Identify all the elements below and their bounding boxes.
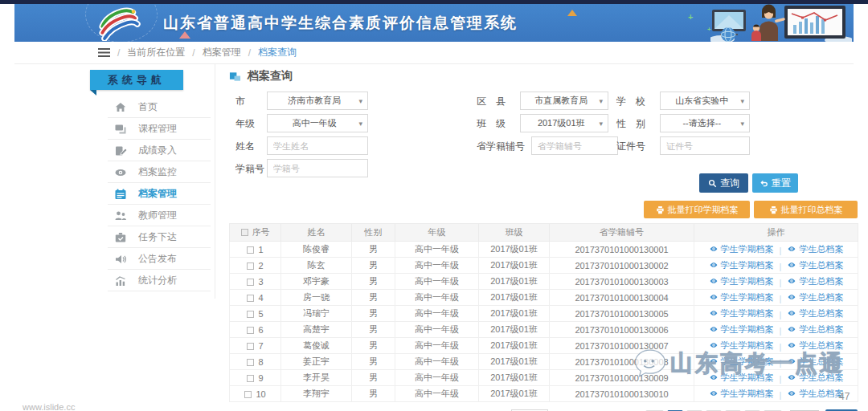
- eye-icon: [709, 356, 719, 366]
- slide-page-number: 47: [839, 391, 850, 402]
- breadcrumb-archive-query[interactable]: 档案查询: [258, 46, 297, 59]
- filter-student-id-input[interactable]: [267, 159, 368, 177]
- printer-icon: [656, 206, 665, 214]
- student-total-archive-link[interactable]: 学生总档案: [787, 291, 843, 303]
- row-checkbox[interactable]: [247, 343, 254, 350]
- banner-arrow-decoration: [567, 10, 577, 16]
- student-total-archive-link[interactable]: 学生总档案: [787, 340, 843, 352]
- menu-icon[interactable]: [98, 48, 110, 57]
- table-row: 6高楚宇男高中一年级2017级01班2017370101000130006学生学…: [230, 322, 858, 338]
- eye-icon: [709, 260, 719, 270]
- student-semester-archive-link[interactable]: 学生学期档案: [709, 356, 774, 368]
- sidebar-item-archive-manage[interactable]: 档案管理: [88, 183, 215, 205]
- eye-icon: [787, 308, 796, 318]
- student-total-archive-link[interactable]: 学生总档案: [787, 307, 843, 319]
- eye-icon: [787, 292, 796, 302]
- eye-icon: [787, 356, 796, 366]
- table-row: 9李开昊男高中一年级2017级01班2017370101000130009学生学…: [230, 370, 858, 386]
- eye-icon: [787, 340, 796, 350]
- sidebar-header: 系统导航: [90, 70, 183, 90]
- eye-icon: [709, 372, 719, 382]
- student-semester-archive-link[interactable]: 学生学期档案: [709, 291, 774, 303]
- student-total-archive-link[interactable]: 学生总档案: [787, 275, 843, 287]
- table-row: 10李翔宇男高中一年级2017级01班2017370101000130010学生…: [230, 386, 858, 402]
- app-banner: 山东省普通高中学生综合素质评价信息管理系统 + +: [14, 4, 854, 42]
- sidebar-item-courses[interactable]: 课程管理: [88, 118, 215, 140]
- student-semester-archive-link[interactable]: 学生学期档案: [709, 388, 774, 400]
- eye-icon: [709, 244, 719, 254]
- sidebar-item-announcements[interactable]: 公告发布: [88, 248, 215, 270]
- ribbon-fold: [90, 90, 96, 96]
- student-semester-archive-link[interactable]: 学生学期档案: [709, 275, 774, 287]
- stats-icon: [114, 275, 127, 287]
- batch-print-semester-button[interactable]: 批量打印学期档案: [644, 201, 750, 218]
- row-checkbox[interactable]: [247, 311, 254, 318]
- app-logo-icon: [95, 6, 141, 41]
- student-semester-archive-link[interactable]: 学生学期档案: [709, 324, 774, 336]
- sidebar-item-teachers[interactable]: 教师管理: [88, 205, 215, 226]
- sidebar-menu: 首页课程管理成绩录入档案监控档案管理教师管理任务下达公告发布统计分析: [88, 96, 215, 291]
- eye-icon: [709, 308, 719, 318]
- column-header: 性别: [352, 224, 395, 242]
- breadcrumb-location-label: 当前所在位置: [127, 46, 185, 59]
- row-checkbox[interactable]: [247, 375, 254, 382]
- sidebar-item-tasks[interactable]: 任务下达: [88, 226, 215, 248]
- app-title: 山东省普通高中学生综合素质评价信息管理系统: [163, 4, 518, 42]
- student-semester-archive-link[interactable]: 学生学期档案: [709, 307, 774, 319]
- eye-icon: [709, 340, 719, 350]
- banner-plus-decoration: +: [688, 12, 693, 22]
- eye-icon: [709, 324, 719, 334]
- eye-icon: [709, 389, 719, 398]
- site-note: www.islide.cc: [23, 402, 75, 411]
- row-checkbox[interactable]: [247, 295, 254, 302]
- row-checkbox[interactable]: [247, 359, 254, 366]
- banner-arrow-decoration: [179, 31, 190, 39]
- home-icon: [114, 101, 127, 114]
- student-semester-archive-link[interactable]: 学生学期档案: [709, 259, 774, 271]
- table-body: 1陈俊睿男高中一年级2017级01班2017370101000130001学生学…: [230, 242, 858, 402]
- student-semester-archive-link[interactable]: 学生学期档案: [709, 372, 774, 384]
- teacher-icon: [114, 210, 127, 222]
- row-checkbox[interactable]: [244, 391, 252, 398]
- filter-school-select[interactable]: 山东省实验中▾: [660, 92, 750, 110]
- filter-id-number-input[interactable]: [660, 136, 750, 155]
- row-checkbox[interactable]: [247, 279, 254, 286]
- row-checkbox[interactable]: [247, 246, 254, 254]
- announce-icon: [114, 253, 127, 266]
- sidebar-item-grade-entry[interactable]: 成绩录入: [88, 140, 215, 161]
- student-total-archive-link[interactable]: 学生总档案: [787, 356, 843, 368]
- student-total-archive-link[interactable]: 学生总档案: [787, 324, 843, 336]
- student-semester-archive-link[interactable]: 学生学期档案: [709, 340, 774, 352]
- reset-button[interactable]: 重置: [752, 173, 798, 193]
- filter-gender-select[interactable]: --请选择--▾: [660, 114, 750, 132]
- select-all-checkbox[interactable]: [241, 229, 248, 236]
- table-row: 5冯瑞宁男高中一年级2017级01班2017370101000130005学生学…: [230, 306, 858, 322]
- printer-icon: [769, 206, 778, 214]
- eye-icon: [787, 276, 796, 286]
- student-total-archive-link[interactable]: 学生总档案: [787, 388, 843, 400]
- student-total-archive-link[interactable]: 学生总档案: [787, 259, 843, 271]
- table-row: 1陈俊睿男高中一年级2017级01班2017370101000130001学生学…: [230, 242, 858, 258]
- sidebar: 系统导航 首页课程管理成绩录入档案监控档案管理教师管理任务下达公告发布统计分析: [88, 64, 215, 299]
- sidebar-item-statistics[interactable]: 统计分析: [88, 270, 215, 291]
- eye-icon: [709, 292, 719, 302]
- row-checkbox[interactable]: [247, 262, 254, 270]
- student-total-archive-link[interactable]: 学生总档案: [787, 372, 843, 384]
- student-semester-archive-link[interactable]: 学生学期档案: [709, 243, 774, 255]
- breadcrumb-archive-manage[interactable]: 档案管理: [203, 46, 241, 59]
- column-header: 姓名: [281, 224, 352, 242]
- breadcrumb: / 当前所在位置 / 档案管理 / 档案查询: [14, 42, 854, 64]
- sidebar-item-archive-monitor[interactable]: 档案监控: [88, 161, 215, 183]
- batch-print-total-button[interactable]: 批量打印总档案: [754, 201, 858, 218]
- eye-icon: [787, 244, 796, 254]
- filter-id-number-label: 证件号: [616, 140, 645, 153]
- sidebar-item-home[interactable]: 首页: [88, 96, 215, 118]
- search-icon: [708, 179, 717, 188]
- row-checkbox[interactable]: [247, 327, 254, 334]
- search-button[interactable]: 查询: [699, 173, 748, 193]
- banner-illustration: [710, 4, 852, 42]
- column-header: 操作: [694, 224, 858, 242]
- table-row: 8姜正宇男高中一年级2017级01班2017370101000130008学生学…: [230, 354, 858, 370]
- table-row: 7葛俊诚男高中一年级2017级01班2017370101000130007学生学…: [230, 338, 858, 354]
- student-total-archive-link[interactable]: 学生总档案: [787, 243, 843, 255]
